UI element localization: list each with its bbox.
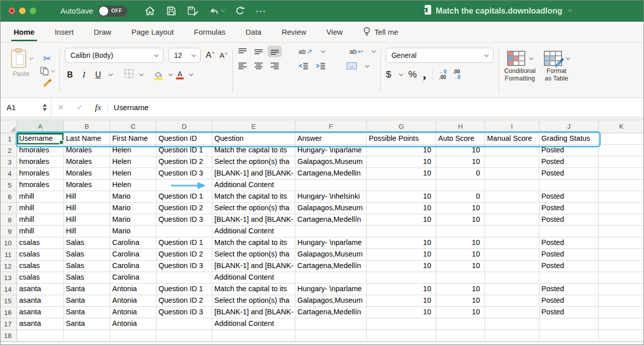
shrink-font-button[interactable]: A˅	[220, 51, 228, 59]
borders-chevron-icon[interactable]	[139, 72, 143, 76]
cell-H3[interactable]: 10	[436, 156, 485, 168]
tab-review[interactable]: Review	[281, 26, 307, 38]
comma-button[interactable]: ,	[423, 71, 426, 78]
column-header-C[interactable]: C	[110, 120, 156, 133]
cell-D6[interactable]: Question ID 1	[156, 191, 212, 203]
cell-K7[interactable]	[599, 203, 643, 214]
row-header-12[interactable]: 12	[1, 261, 17, 272]
cell-H9[interactable]	[436, 226, 485, 237]
cell-B18[interactable]	[64, 330, 110, 341]
decrease-decimal-button[interactable]: ←0 .00	[439, 69, 447, 80]
row-header-13[interactable]: 13	[1, 272, 17, 284]
cell-I5[interactable]	[485, 180, 539, 191]
cell-H11[interactable]: 10	[436, 249, 485, 261]
cell-J5[interactable]	[539, 180, 599, 191]
row-header-8[interactable]: 8	[1, 214, 17, 226]
cell-E8[interactable]: [BLANK-1] and [BLANK-	[212, 214, 295, 226]
cell-A7[interactable]: mhill	[17, 203, 64, 214]
cell-D18[interactable]	[156, 330, 212, 341]
orientation-icon[interactable]: ab↗	[298, 48, 312, 55]
cell-F8[interactable]: Cartagena,Medellín	[295, 214, 367, 226]
cell-F3[interactable]: Galapagos,Museum	[295, 156, 367, 168]
cell-K8[interactable]	[599, 214, 643, 226]
cell-H13[interactable]	[436, 272, 485, 284]
cell-A14[interactable]: asanta	[17, 284, 64, 295]
cell-A8[interactable]: mhill	[17, 214, 64, 226]
cell-K13[interactable]	[599, 272, 643, 284]
cell-D16[interactable]: Question ID 3	[156, 307, 212, 318]
cell-B7[interactable]: Hill	[64, 203, 110, 214]
fill-color-icon[interactable]	[154, 71, 163, 80]
underline-chevron-icon[interactable]	[109, 72, 113, 76]
tab-page-layout[interactable]: Page Layout	[130, 26, 175, 38]
cell-C9[interactable]: Mario	[110, 226, 156, 237]
percent-button[interactable]: %	[409, 69, 417, 80]
copy-icon[interactable]	[40, 66, 54, 76]
cell-F18[interactable]	[295, 330, 367, 341]
cell-I9[interactable]	[485, 226, 539, 237]
font-color-icon[interactable]: A	[176, 71, 184, 79]
cell-B8[interactable]: Hill	[64, 214, 110, 226]
font-size-select[interactable]: 12	[169, 48, 201, 63]
tab-home[interactable]: Home	[13, 26, 36, 38]
cell-J13[interactable]	[539, 272, 599, 284]
cell-K15[interactable]	[599, 295, 643, 307]
conditional-formatting-button[interactable]: ConditionalFormatting	[504, 50, 536, 96]
row-header-4[interactable]: 4	[1, 168, 17, 180]
cell-G2[interactable]: 10	[367, 145, 436, 156]
cell-F13[interactable]	[295, 272, 367, 284]
more-icon[interactable]: ⋯	[256, 9, 266, 14]
cell-K17[interactable]	[599, 318, 643, 330]
cell-J7[interactable]: Posted	[539, 203, 599, 214]
row-header-2[interactable]: 2	[1, 145, 17, 156]
align-left-icon[interactable]	[238, 62, 247, 69]
cell-K14[interactable]	[599, 284, 643, 295]
cell-E2[interactable]: Match the capital to its	[212, 145, 295, 156]
cell-A15[interactable]: asanta	[17, 295, 64, 307]
cell-H14[interactable]: 10	[436, 284, 485, 295]
cell-C4[interactable]: Helen	[110, 168, 156, 180]
cell-E4[interactable]: [BLANK-1] and [BLANK-	[212, 168, 295, 180]
cell-D4[interactable]: Question ID 3	[156, 168, 212, 180]
cell-C11[interactable]: Carolina	[110, 249, 156, 261]
cell-B3[interactable]: Morales	[64, 156, 110, 168]
cell-I14[interactable]	[485, 284, 539, 295]
cell-D13[interactable]	[156, 272, 212, 284]
tab-formulas[interactable]: Formulas	[193, 26, 226, 38]
tab-tell-me[interactable]: Tell me	[362, 25, 399, 40]
cell-F10[interactable]: Hungary- \nparlame	[295, 237, 367, 249]
cell-A18[interactable]	[17, 330, 64, 341]
align-top-icon[interactable]	[238, 48, 247, 55]
cell-K12[interactable]	[599, 261, 643, 272]
undo-chevron-icon[interactable]	[221, 8, 225, 12]
row-header-10[interactable]: 10	[1, 237, 17, 249]
cell-I4[interactable]	[485, 168, 539, 180]
cell-D12[interactable]: Question ID 3	[156, 261, 212, 272]
cell-F4[interactable]: Cartagena,Medellin	[295, 168, 367, 180]
cell-G1[interactable]: Possible Points	[367, 133, 436, 145]
cell-H15[interactable]: 10	[436, 295, 485, 307]
underline-button[interactable]: U	[93, 70, 103, 79]
cell-G12[interactable]: 10	[367, 261, 436, 272]
cell-A11[interactable]: csalas	[17, 249, 64, 261]
bold-button[interactable]: B	[65, 70, 75, 79]
cell-F6[interactable]: Hungary- \nhelsinki	[295, 191, 367, 203]
cell-J6[interactable]: Posted	[539, 191, 599, 203]
autosave-toggle[interactable]: OFF	[98, 6, 127, 17]
cell-F17[interactable]	[295, 318, 367, 330]
cell-J8[interactable]: Posted	[539, 214, 599, 226]
cell-C15[interactable]: Antonia	[110, 295, 156, 307]
cancel-icon[interactable]: ✕	[51, 103, 70, 112]
cell-B6[interactable]: Hill	[64, 191, 110, 203]
cell-F14[interactable]: Hungary- \nparlame	[295, 284, 367, 295]
align-middle-icon[interactable]	[254, 48, 263, 55]
font-color-chevron-icon[interactable]	[189, 72, 193, 76]
cell-I15[interactable]	[485, 295, 539, 307]
font-name-select[interactable]: Calibri (Body)	[65, 48, 164, 63]
cell-J4[interactable]: Posted	[539, 168, 599, 180]
cell-J17[interactable]	[539, 318, 599, 330]
name-box[interactable]: A1	[1, 103, 51, 112]
align-bottom-icon[interactable]	[268, 46, 282, 57]
cell-A2[interactable]: hmorales	[17, 145, 64, 156]
cell-J2[interactable]: Posted	[539, 145, 599, 156]
